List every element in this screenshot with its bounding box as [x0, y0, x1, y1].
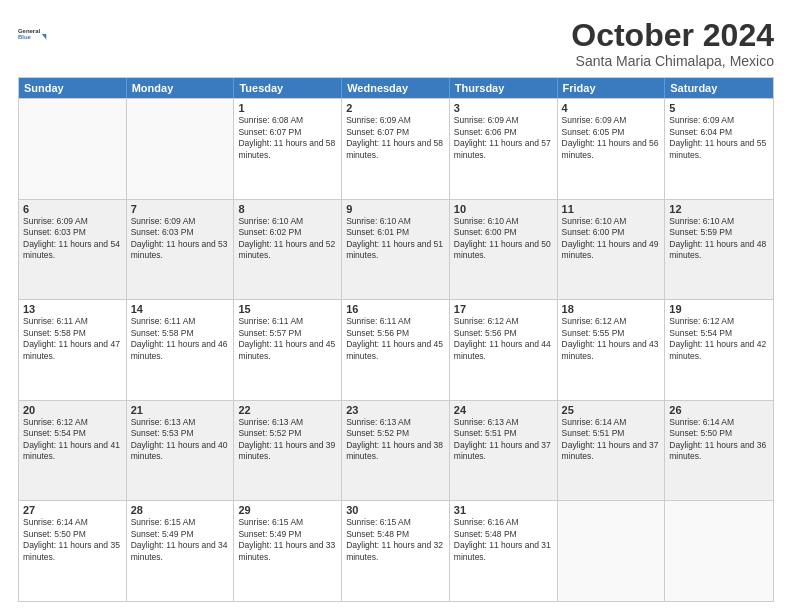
day-number: 28 — [131, 504, 230, 516]
day-number: 5 — [669, 102, 769, 114]
day-number: 17 — [454, 303, 553, 315]
day-info: Sunrise: 6:12 AM Sunset: 5:56 PM Dayligh… — [454, 316, 553, 362]
weekday-header: Friday — [558, 78, 666, 98]
calendar-page: GeneralBlue October 2024 Santa Maria Chi… — [0, 0, 792, 612]
calendar-cell: 10Sunrise: 6:10 AM Sunset: 6:00 PM Dayli… — [450, 200, 558, 300]
title-block: October 2024 Santa Maria Chimalapa, Mexi… — [571, 18, 774, 69]
day-info: Sunrise: 6:13 AM Sunset: 5:52 PM Dayligh… — [238, 417, 337, 463]
logo: GeneralBlue — [18, 18, 54, 50]
calendar-cell: 11Sunrise: 6:10 AM Sunset: 6:00 PM Dayli… — [558, 200, 666, 300]
weekday-header: Sunday — [19, 78, 127, 98]
calendar-cell: 31Sunrise: 6:16 AM Sunset: 5:48 PM Dayli… — [450, 501, 558, 601]
weekday-header: Thursday — [450, 78, 558, 98]
calendar-cell: 2Sunrise: 6:09 AM Sunset: 6:07 PM Daylig… — [342, 99, 450, 199]
day-number: 16 — [346, 303, 445, 315]
day-number: 12 — [669, 203, 769, 215]
calendar-cell: 22Sunrise: 6:13 AM Sunset: 5:52 PM Dayli… — [234, 401, 342, 501]
calendar-row: 13Sunrise: 6:11 AM Sunset: 5:58 PM Dayli… — [19, 299, 773, 400]
day-info: Sunrise: 6:15 AM Sunset: 5:49 PM Dayligh… — [238, 517, 337, 563]
day-number: 7 — [131, 203, 230, 215]
weekday-header: Tuesday — [234, 78, 342, 98]
calendar-cell: 3Sunrise: 6:09 AM Sunset: 6:06 PM Daylig… — [450, 99, 558, 199]
day-info: Sunrise: 6:09 AM Sunset: 6:03 PM Dayligh… — [23, 216, 122, 262]
day-info: Sunrise: 6:09 AM Sunset: 6:03 PM Dayligh… — [131, 216, 230, 262]
day-info: Sunrise: 6:11 AM Sunset: 5:58 PM Dayligh… — [23, 316, 122, 362]
day-number: 13 — [23, 303, 122, 315]
calendar-cell: 16Sunrise: 6:11 AM Sunset: 5:56 PM Dayli… — [342, 300, 450, 400]
calendar-row: 6Sunrise: 6:09 AM Sunset: 6:03 PM Daylig… — [19, 199, 773, 300]
calendar-cell: 12Sunrise: 6:10 AM Sunset: 5:59 PM Dayli… — [665, 200, 773, 300]
calendar-cell: 15Sunrise: 6:11 AM Sunset: 5:57 PM Dayli… — [234, 300, 342, 400]
svg-text:General: General — [18, 28, 40, 34]
day-number: 9 — [346, 203, 445, 215]
calendar-cell: 20Sunrise: 6:12 AM Sunset: 5:54 PM Dayli… — [19, 401, 127, 501]
day-info: Sunrise: 6:11 AM Sunset: 5:56 PM Dayligh… — [346, 316, 445, 362]
logo-icon: GeneralBlue — [18, 18, 50, 50]
day-number: 1 — [238, 102, 337, 114]
calendar-cell: 9Sunrise: 6:10 AM Sunset: 6:01 PM Daylig… — [342, 200, 450, 300]
day-info: Sunrise: 6:09 AM Sunset: 6:05 PM Dayligh… — [562, 115, 661, 161]
calendar-cell: 30Sunrise: 6:15 AM Sunset: 5:48 PM Dayli… — [342, 501, 450, 601]
weekday-header: Saturday — [665, 78, 773, 98]
header: GeneralBlue October 2024 Santa Maria Chi… — [18, 18, 774, 69]
day-number: 24 — [454, 404, 553, 416]
calendar-cell: 29Sunrise: 6:15 AM Sunset: 5:49 PM Dayli… — [234, 501, 342, 601]
svg-text:Blue: Blue — [18, 34, 32, 40]
calendar-cell: 17Sunrise: 6:12 AM Sunset: 5:56 PM Dayli… — [450, 300, 558, 400]
day-number: 4 — [562, 102, 661, 114]
calendar-cell: 24Sunrise: 6:13 AM Sunset: 5:51 PM Dayli… — [450, 401, 558, 501]
day-info: Sunrise: 6:11 AM Sunset: 5:58 PM Dayligh… — [131, 316, 230, 362]
weekday-header: Monday — [127, 78, 235, 98]
day-info: Sunrise: 6:14 AM Sunset: 5:51 PM Dayligh… — [562, 417, 661, 463]
calendar-row: 20Sunrise: 6:12 AM Sunset: 5:54 PM Dayli… — [19, 400, 773, 501]
day-info: Sunrise: 6:12 AM Sunset: 5:54 PM Dayligh… — [669, 316, 769, 362]
day-number: 23 — [346, 404, 445, 416]
location: Santa Maria Chimalapa, Mexico — [571, 53, 774, 69]
day-number: 29 — [238, 504, 337, 516]
day-number: 14 — [131, 303, 230, 315]
day-number: 11 — [562, 203, 661, 215]
calendar-cell: 23Sunrise: 6:13 AM Sunset: 5:52 PM Dayli… — [342, 401, 450, 501]
day-number: 21 — [131, 404, 230, 416]
calendar-cell: 21Sunrise: 6:13 AM Sunset: 5:53 PM Dayli… — [127, 401, 235, 501]
day-number: 6 — [23, 203, 122, 215]
day-info: Sunrise: 6:10 AM Sunset: 5:59 PM Dayligh… — [669, 216, 769, 262]
calendar-cell: 1Sunrise: 6:08 AM Sunset: 6:07 PM Daylig… — [234, 99, 342, 199]
weekday-header: Wednesday — [342, 78, 450, 98]
day-info: Sunrise: 6:15 AM Sunset: 5:48 PM Dayligh… — [346, 517, 445, 563]
day-number: 26 — [669, 404, 769, 416]
day-number: 10 — [454, 203, 553, 215]
day-number: 8 — [238, 203, 337, 215]
calendar-row: 1Sunrise: 6:08 AM Sunset: 6:07 PM Daylig… — [19, 98, 773, 199]
day-info: Sunrise: 6:16 AM Sunset: 5:48 PM Dayligh… — [454, 517, 553, 563]
calendar-cell: 26Sunrise: 6:14 AM Sunset: 5:50 PM Dayli… — [665, 401, 773, 501]
calendar-cell: 28Sunrise: 6:15 AM Sunset: 5:49 PM Dayli… — [127, 501, 235, 601]
calendar-cell — [19, 99, 127, 199]
day-info: Sunrise: 6:13 AM Sunset: 5:52 PM Dayligh… — [346, 417, 445, 463]
calendar-cell: 8Sunrise: 6:10 AM Sunset: 6:02 PM Daylig… — [234, 200, 342, 300]
day-number: 3 — [454, 102, 553, 114]
calendar-cell: 7Sunrise: 6:09 AM Sunset: 6:03 PM Daylig… — [127, 200, 235, 300]
day-info: Sunrise: 6:10 AM Sunset: 6:02 PM Dayligh… — [238, 216, 337, 262]
day-number: 19 — [669, 303, 769, 315]
calendar-cell — [665, 501, 773, 601]
calendar-cell: 14Sunrise: 6:11 AM Sunset: 5:58 PM Dayli… — [127, 300, 235, 400]
day-info: Sunrise: 6:14 AM Sunset: 5:50 PM Dayligh… — [23, 517, 122, 563]
day-number: 15 — [238, 303, 337, 315]
svg-marker-2 — [42, 34, 47, 39]
calendar: SundayMondayTuesdayWednesdayThursdayFrid… — [18, 77, 774, 602]
day-info: Sunrise: 6:12 AM Sunset: 5:54 PM Dayligh… — [23, 417, 122, 463]
calendar-row: 27Sunrise: 6:14 AM Sunset: 5:50 PM Dayli… — [19, 500, 773, 601]
day-info: Sunrise: 6:15 AM Sunset: 5:49 PM Dayligh… — [131, 517, 230, 563]
day-info: Sunrise: 6:13 AM Sunset: 5:53 PM Dayligh… — [131, 417, 230, 463]
day-info: Sunrise: 6:10 AM Sunset: 6:01 PM Dayligh… — [346, 216, 445, 262]
calendar-cell: 13Sunrise: 6:11 AM Sunset: 5:58 PM Dayli… — [19, 300, 127, 400]
calendar-cell: 18Sunrise: 6:12 AM Sunset: 5:55 PM Dayli… — [558, 300, 666, 400]
day-number: 22 — [238, 404, 337, 416]
day-number: 27 — [23, 504, 122, 516]
calendar-cell: 6Sunrise: 6:09 AM Sunset: 6:03 PM Daylig… — [19, 200, 127, 300]
calendar-cell: 25Sunrise: 6:14 AM Sunset: 5:51 PM Dayli… — [558, 401, 666, 501]
calendar-cell: 5Sunrise: 6:09 AM Sunset: 6:04 PM Daylig… — [665, 99, 773, 199]
day-info: Sunrise: 6:09 AM Sunset: 6:06 PM Dayligh… — [454, 115, 553, 161]
day-number: 25 — [562, 404, 661, 416]
